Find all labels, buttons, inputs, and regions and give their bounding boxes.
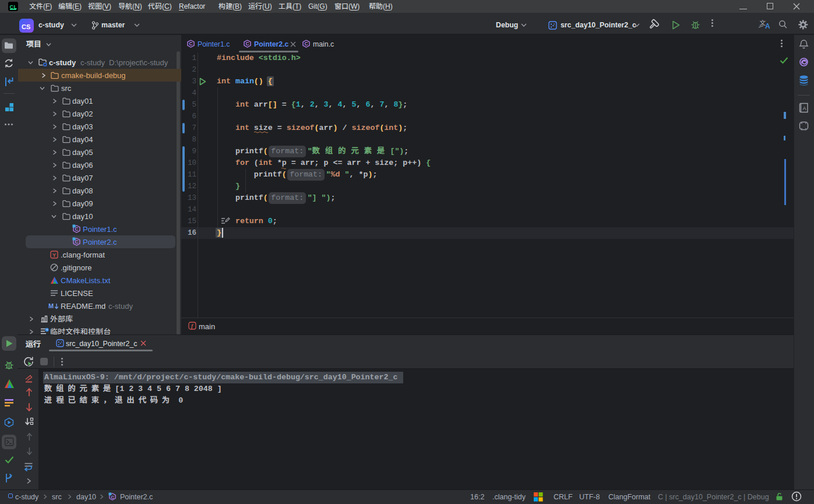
svg-text:f: f [191,323,193,329]
svg-text:A: A [803,105,806,111]
svg-text:C: C [75,239,79,245]
svg-text:C: C [189,41,193,47]
svg-text:C: C [246,41,249,47]
svg-text:Y: Y [52,252,56,258]
svg-text:C: C [111,495,114,500]
svg-text:C: C [305,41,308,47]
svg-text:C: C [75,226,79,232]
